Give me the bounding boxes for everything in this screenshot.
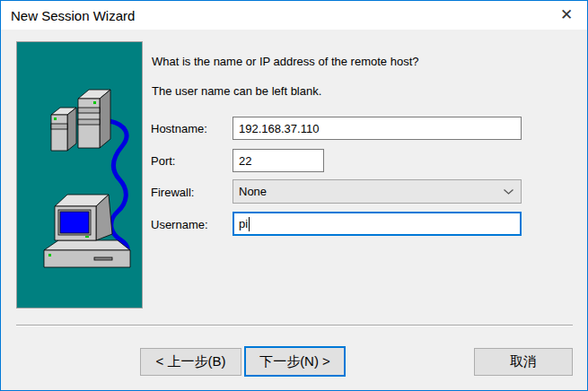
hostname-input[interactable] (233, 117, 522, 140)
cancel-button[interactable]: 取消 (474, 348, 573, 376)
desktop-computer-icon (44, 195, 130, 267)
next-button[interactable]: 下一步(N) > (244, 346, 346, 377)
username-value: pi (239, 217, 248, 230)
next-button-label: 下一步(N) > (259, 353, 330, 370)
large-server-icon (78, 90, 110, 148)
close-icon: ✕ (560, 5, 573, 24)
back-button[interactable]: < 上一步(B) (140, 348, 241, 376)
port-input[interactable] (233, 149, 324, 172)
username-label: Username: (151, 218, 208, 231)
close-button[interactable]: ✕ (546, 1, 587, 29)
text-caret (249, 217, 250, 231)
firewall-label: Firewall: (151, 186, 194, 199)
back-button-label: < 上一步(B) (156, 353, 226, 370)
chevron-down-icon (504, 189, 513, 195)
firewall-select[interactable]: None (233, 179, 522, 204)
title-bar[interactable]: New Session Wizard (1, 1, 587, 30)
window-title: New Session Wizard (1, 8, 135, 23)
separator-line (16, 325, 573, 326)
cancel-button-label: 取消 (510, 353, 537, 370)
wizard-artwork-panel (16, 41, 143, 308)
port-label: Port: (151, 154, 175, 168)
question-text: What is the name or IP address of the re… (152, 55, 418, 68)
hint-text: The user name can be left blank. (152, 84, 321, 98)
firewall-selected-value: None (239, 185, 267, 198)
username-input[interactable]: pi (233, 212, 522, 236)
hostname-label: Hostname: (151, 122, 207, 135)
small-server-icon (51, 108, 76, 151)
new-session-wizard-dialog: New Session Wizard ✕ (0, 0, 588, 391)
computers-cable-artwork-icon (17, 42, 142, 308)
